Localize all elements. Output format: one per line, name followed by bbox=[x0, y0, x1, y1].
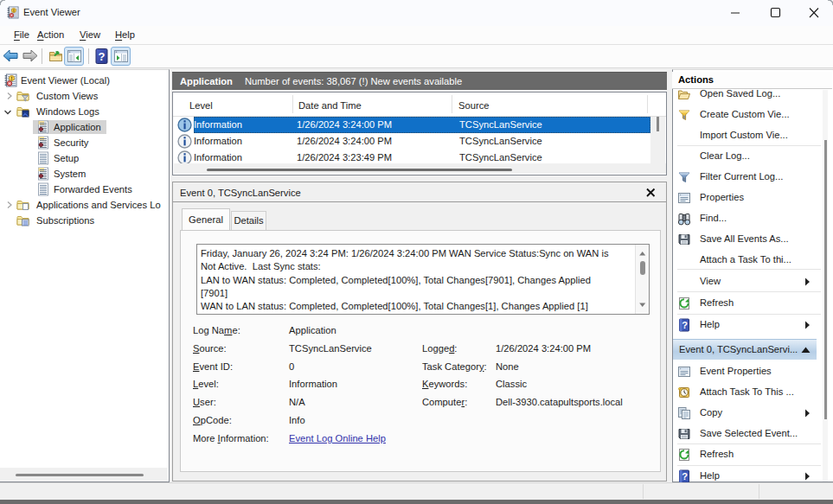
svg-text:?: ? bbox=[99, 50, 106, 63]
svg-text:?: ? bbox=[682, 320, 688, 330]
svg-text:?: ? bbox=[682, 471, 688, 482]
